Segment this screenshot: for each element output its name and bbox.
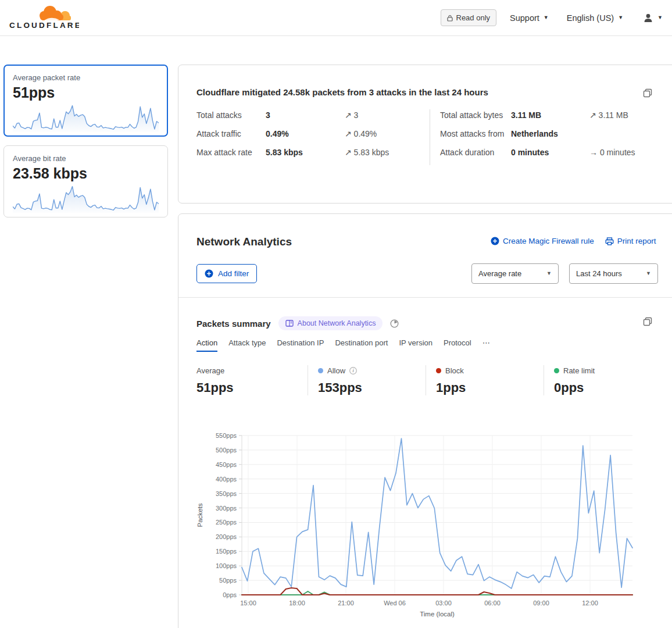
stat-trend: ↗ 5.83 kbps: [345, 147, 389, 158]
create-magic-firewall-rule-link[interactable]: Create Magic Firewall rule: [491, 237, 594, 245]
stat-label: Most attacks from: [440, 128, 511, 140]
expand-icon[interactable]: [643, 317, 652, 326]
printer-icon: [605, 237, 614, 245]
language-label: English (US): [567, 13, 614, 23]
stat-block: Block1pps: [426, 365, 544, 395]
print-report-link[interactable]: Print report: [605, 237, 656, 245]
tab-action[interactable]: Action: [196, 338, 217, 352]
tab-ip-version[interactable]: IP version: [399, 338, 432, 351]
section-title: Network Analytics: [196, 236, 292, 248]
tabs-more-button[interactable]: ⋯: [482, 338, 491, 351]
tab-attack-type[interactable]: Attack type: [228, 338, 266, 351]
metric-select[interactable]: Average rate ▼: [471, 263, 559, 284]
summary-title: Cloudflare mitigated 24.58k packets from…: [196, 87, 488, 97]
metric-card-value: 23.58 kbps: [13, 165, 159, 182]
add-filter-button[interactable]: Add filter: [196, 264, 257, 283]
stat-label-row: Rate limit: [554, 365, 662, 376]
svg-text:Wed 06: Wed 06: [384, 600, 406, 606]
plus-circle-icon: [491, 237, 499, 245]
svg-text:300pps: 300pps: [216, 505, 237, 512]
stat-value: 153pps: [318, 380, 426, 395]
dimension-tabs: ActionAttack typeDestination IPDestinati…: [196, 338, 491, 352]
support-menu[interactable]: Support ▼: [510, 13, 549, 23]
summary-stats-right: Total attack bytes3.11 MB↗ 3.11 MBMost a…: [430, 109, 667, 165]
user-menu[interactable]: ▼: [643, 13, 663, 23]
svg-text:03:00: 03:00: [435, 600, 452, 606]
summary-row-attack-traffic: Attack traffic0.49%↗ 0.49%: [196, 128, 418, 140]
read-only-badge: Read only: [441, 9, 497, 26]
stat-value: 0.49%: [266, 128, 345, 140]
top-header: CLOUDFLARE Read only Support ▼ English (…: [0, 0, 672, 36]
stat-label-row: Block: [436, 365, 544, 376]
stat-average: Average51pps: [196, 365, 308, 395]
metric-card-label: Average bit rate: [13, 154, 159, 163]
stat-label-row: Allowi: [318, 365, 426, 376]
packets-summary-title: Packets summary: [196, 319, 271, 329]
stat-value: 3: [266, 109, 345, 121]
summary-row-most-attacks-from: Most attacks fromNetherlands: [440, 128, 667, 140]
info-icon[interactable]: i: [349, 367, 357, 374]
metric-card-bit-rate[interactable]: Average bit rate 23.58 kbps: [3, 145, 168, 217]
svg-text:12:00: 12:00: [582, 600, 598, 606]
time-range-select[interactable]: Last 24 hours ▼: [569, 263, 658, 284]
language-menu[interactable]: English (US) ▼: [567, 13, 623, 23]
svg-text:500pps: 500pps: [216, 447, 237, 454]
svg-text:450pps: 450pps: [216, 461, 237, 468]
stat-rate-limit: Rate limit0pps: [544, 365, 662, 395]
stat-trend: ↗ 3.11 MB: [589, 109, 628, 121]
stat-label: Allow: [327, 366, 345, 375]
svg-text:i: i: [352, 368, 354, 373]
about-network-analytics-badge[interactable]: About Network Analytics: [278, 316, 383, 330]
time-window-icon[interactable]: [390, 319, 399, 328]
stat-value: Netherlands: [511, 128, 589, 140]
summary-stats-left: Total attacks3↗ 3Attack traffic0.49%↗ 0.…: [196, 109, 430, 165]
lock-icon: [447, 15, 453, 22]
packets-line-chart: 0pps50pps100pps150pps200pps250pps300pps3…: [194, 429, 637, 622]
network-analytics-card: Network Analytics Create Magic Firewall …: [178, 213, 672, 628]
svg-text:400pps: 400pps: [216, 476, 237, 483]
print-report-label: Print report: [617, 237, 656, 245]
summary-row-total-attack-bytes: Total attack bytes3.11 MB↗ 3.11 MB: [440, 109, 667, 121]
series-color-dot: [554, 368, 559, 373]
create-rule-label: Create Magic Firewall rule: [503, 237, 594, 245]
series-color-dot: [318, 368, 323, 373]
summary-stats: Total attacks3↗ 3Attack traffic0.49%↗ 0.…: [196, 109, 667, 165]
avatar-icon: [643, 13, 653, 23]
summary-row-max-attack-rate: Max attack rate5.83 kbps↗ 5.83 kbps: [196, 147, 418, 158]
chevron-down-icon: ▼: [544, 15, 549, 20]
svg-text:18:00: 18:00: [289, 600, 305, 606]
stat-label: Attack duration: [440, 147, 511, 158]
svg-text:100pps: 100pps: [216, 562, 237, 569]
add-filter-label: Add filter: [218, 269, 249, 278]
stat-label: Total attack bytes: [440, 109, 511, 121]
attack-summary-card: Cloudflare mitigated 24.58k packets from…: [178, 65, 672, 204]
svg-text:15:00: 15:00: [240, 600, 256, 606]
expand-icon[interactable]: [643, 88, 652, 98]
svg-text:150pps: 150pps: [216, 548, 237, 555]
sparkline-chart: [13, 184, 159, 213]
stat-value: 0 minutes: [511, 147, 589, 158]
stat-label: Average: [196, 366, 224, 375]
read-only-label: Read only: [456, 13, 491, 22]
series-color-dot: [436, 368, 441, 373]
cloudflare-logo-icon: CLOUDFLARE: [9, 3, 79, 31]
cloudflare-logo[interactable]: CLOUDFLARE: [9, 3, 79, 31]
tab-destination-port[interactable]: Destination port: [335, 338, 388, 351]
time-range-value: Last 24 hours: [576, 269, 622, 278]
stat-label: Block: [445, 366, 464, 375]
support-label: Support: [510, 13, 539, 23]
svg-text:550pps: 550pps: [216, 432, 237, 439]
tab-protocol[interactable]: Protocol: [444, 338, 471, 351]
packet-stats-row: Average51ppsAllowi153ppsBlock1ppsRate li…: [196, 365, 662, 395]
svg-text:50pps: 50pps: [219, 577, 237, 584]
svg-text:350pps: 350pps: [216, 490, 237, 497]
tab-destination-ip[interactable]: Destination IP: [277, 338, 324, 351]
metric-card-packet-rate[interactable]: Average packet rate 51pps: [3, 65, 168, 137]
svg-text:21:00: 21:00: [338, 600, 354, 606]
metric-select-value: Average rate: [478, 269, 521, 278]
chevron-down-icon: ▼: [657, 15, 663, 20]
stat-label-row: Average: [196, 365, 308, 376]
stat-label: Total attacks: [196, 109, 266, 121]
chevron-down-icon: ▼: [618, 15, 623, 20]
plus-circle-icon: [205, 269, 213, 278]
